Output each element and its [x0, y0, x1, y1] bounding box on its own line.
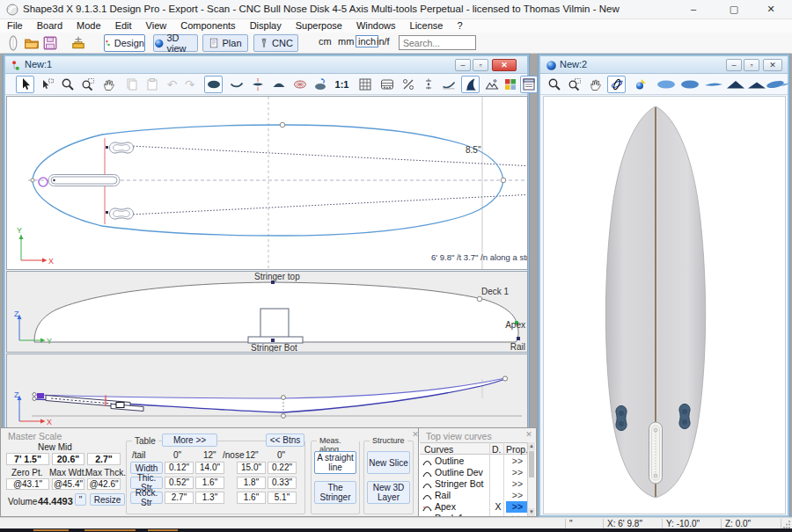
table-cell[interactable]: 1.6"	[195, 477, 224, 489]
display-flag[interactable]: X	[492, 501, 504, 512]
doc2-close-icon[interactable]: ✕	[763, 59, 782, 71]
view-perspective2-icon[interactable]	[780, 76, 790, 93]
view-side-icon[interactable]	[702, 76, 725, 93]
table-cell[interactable]: 2.7"	[165, 492, 194, 504]
menu-help[interactable]: ?	[450, 19, 469, 32]
maximize-icon[interactable]: ▢	[716, 0, 752, 18]
new-3d-layer-button[interactable]: New 3D Layer	[367, 481, 410, 504]
doc2-minimize-icon[interactable]: –	[726, 59, 742, 71]
curve-row[interactable]: Outline Dev>>	[420, 467, 529, 478]
view-front-icon[interactable]	[724, 76, 747, 93]
3d-view[interactable]	[543, 96, 786, 514]
plan-button[interactable]: Plan	[202, 34, 248, 52]
scale-1-1-label[interactable]: 1:1	[333, 76, 351, 93]
pan-hand-icon[interactable]	[586, 76, 605, 93]
the-stringer-button[interactable]: The Stringer	[314, 481, 356, 504]
menu-mode[interactable]: Mode	[70, 19, 108, 32]
doc1-titlebar[interactable]: New:1 – ▫ ✕	[5, 56, 527, 74]
menu-view[interactable]: View	[139, 19, 174, 32]
control-points[interactable]	[31, 122, 506, 183]
rocker-view[interactable]: Z X	[6, 353, 528, 431]
rocker-view-canvas[interactable]: Z X	[7, 354, 527, 430]
prop-link-selected[interactable]: >>	[506, 501, 529, 513]
3d-view-button[interactable]: 3D view	[153, 34, 198, 52]
3d-board-canvas[interactable]	[544, 97, 785, 514]
table-cell[interactable]: 15.0"	[237, 462, 266, 474]
background-image-icon[interactable]	[482, 76, 501, 93]
new-slice-button[interactable]: New Slice	[367, 451, 410, 474]
minimize-icon[interactable]: –	[676, 0, 711, 18]
light-icon[interactable]	[631, 76, 649, 93]
doc1-minimize-icon[interactable]: –	[455, 59, 471, 71]
table-cell[interactable]: 0.52"	[165, 477, 194, 489]
menu-board[interactable]: Board	[30, 19, 70, 32]
table-cell[interactable]: 0.33"	[268, 477, 297, 489]
zoom-icon[interactable]	[545, 76, 563, 93]
measurements-icon[interactable]	[399, 76, 417, 93]
unit-inf[interactable]: in/f	[377, 36, 390, 47]
table-cell[interactable]: 1.8"	[237, 477, 266, 489]
thickness-view-icon[interactable]	[269, 76, 288, 93]
undo-icon[interactable]: ↶	[163, 76, 181, 93]
curve-row[interactable]: Rail>>	[420, 490, 529, 501]
doc2-maximize-icon[interactable]: ▫	[744, 59, 759, 71]
unit-mm[interactable]: mm	[338, 36, 354, 47]
slice-view[interactable]: Stringer top Deck 1 Apex Rail Stringer B…	[6, 271, 528, 353]
doc1-close-icon[interactable]: ✕	[492, 59, 517, 71]
zoom-area-icon[interactable]	[78, 76, 97, 93]
thic-str-row-button[interactable]: Thic. Str	[130, 477, 163, 489]
pan-hand-icon[interactable]	[99, 76, 118, 93]
outline-view[interactable]: 8.5" 6' 9.8" /t 3.7" /n along a stra Y X	[6, 96, 528, 270]
menu-superpose[interactable]: Superpose	[289, 19, 349, 32]
resize-grip[interactable]	[782, 520, 791, 528]
grid-icon[interactable]	[356, 76, 374, 93]
view-bottom-icon[interactable]	[655, 76, 678, 93]
view-top-icon[interactable]	[678, 76, 701, 93]
menu-edit[interactable]: Edit	[108, 19, 139, 32]
width-value[interactable]: 20.6"	[52, 453, 84, 465]
curve-row-selected[interactable]: Apex X >>	[420, 501, 529, 513]
menu-license[interactable]: License	[403, 19, 451, 32]
menu-windows[interactable]: Windows	[349, 19, 403, 32]
side-fin-plug-top[interactable]	[106, 142, 134, 153]
scroll-down-icon[interactable]: ▼	[528, 508, 535, 516]
slices-icon[interactable]	[378, 76, 396, 93]
guidelines-icon[interactable]	[419, 76, 437, 93]
outline-view-canvas[interactable]: 8.5" 6' 9.8" /t 3.7" /n along a stra Y X	[7, 97, 527, 269]
menu-components[interactable]: Components	[173, 19, 242, 32]
scroll-thumb[interactable]	[529, 451, 534, 477]
select-points-icon[interactable]	[38, 76, 56, 93]
color-palette-icon[interactable]	[501, 76, 519, 93]
outline-view-icon[interactable]	[204, 76, 223, 93]
unit-inch[interactable]: inch	[356, 35, 378, 47]
btns-button[interactable]: << Btns	[266, 434, 304, 447]
copy-icon[interactable]	[122, 76, 141, 93]
table-cell[interactable]: 5.1"	[268, 492, 297, 504]
cnc-button[interactable]: CNC	[253, 34, 298, 52]
menu-file[interactable]: File	[0, 19, 30, 32]
close-icon[interactable]: ✕	[753, 0, 788, 18]
board-3d[interactable]	[605, 106, 705, 498]
max-wdt-value[interactable]: @45.4"	[52, 478, 84, 490]
board-file-icon[interactable]	[5, 35, 21, 51]
rocker-view-icon[interactable]	[227, 76, 246, 93]
scroll-up-icon[interactable]: ▲	[528, 442, 535, 450]
search-input[interactable]	[399, 35, 476, 50]
prop-link[interactable]: >>	[508, 490, 527, 500]
more-button[interactable]: More >>	[162, 434, 217, 447]
prop-link[interactable]: >>	[508, 467, 527, 477]
menu-display[interactable]: Display	[243, 19, 289, 32]
thickness-value[interactable]: 2.7"	[87, 453, 121, 465]
max-thck-value[interactable]: @42.6"	[87, 478, 121, 490]
redo-icon[interactable]: ↷	[180, 76, 199, 93]
doc2-titlebar[interactable]: New:2 – ▫ ✕	[540, 56, 788, 74]
slice-view-canvas[interactable]: Stringer top Deck 1 Apex Rail Stringer B…	[7, 272, 527, 352]
width-row-button[interactable]: Width	[130, 462, 163, 474]
curve-row[interactable]: Outline>>	[420, 455, 529, 467]
export-machine-icon[interactable]	[70, 35, 86, 51]
select-cursor-icon[interactable]	[16, 76, 34, 93]
table-cell[interactable]: 14.0"	[195, 462, 224, 474]
fin-icon[interactable]	[461, 76, 480, 93]
table-cell[interactable]: 0.12"	[165, 462, 194, 474]
prop-link[interactable]: >>	[508, 455, 527, 466]
